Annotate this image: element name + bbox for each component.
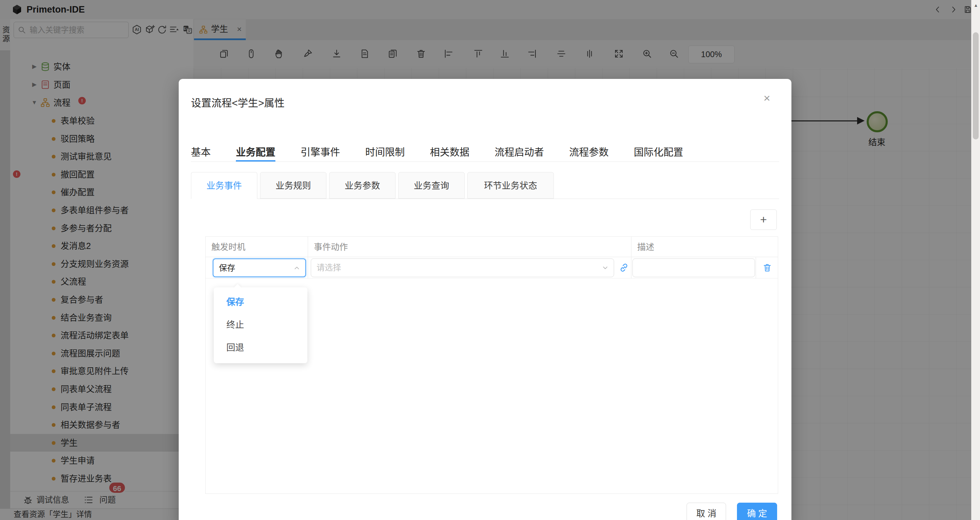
- dropdown-options: 保存终止回退: [214, 291, 307, 359]
- window-scrollbar[interactable]: ▲: [971, 0, 980, 520]
- dialog-tabs: 基本业务配置引擎事件时间限制相关数据流程启动者流程参数国际化配置: [191, 146, 683, 162]
- col-header-action: 事件动作: [308, 237, 632, 257]
- dialog-tabs-divider: [191, 162, 779, 162]
- dropdown-option-2[interactable]: 回退: [214, 336, 307, 359]
- cell-trigger: 保存: [205, 257, 308, 279]
- dialog-subtabs: 业务事件业务规则业务参数业务查询环节业务状态: [191, 172, 779, 199]
- process-properties-dialog: × 设置流程<学生>属性 基本业务配置引擎事件时间限制相关数据流程启动者流程参数…: [179, 79, 791, 520]
- delete-row-icon[interactable]: [762, 263, 772, 273]
- table-header-row: 触发时机 事件动作 描述: [205, 237, 778, 257]
- cell-description: [632, 257, 756, 279]
- dialog-tab-0[interactable]: 基本: [191, 146, 211, 160]
- dialog-close-icon[interactable]: ×: [760, 91, 774, 105]
- cell-actions: [756, 257, 778, 279]
- dialog-tab-3[interactable]: 时间限制: [365, 146, 405, 160]
- dialog-tab-business-config[interactable]: 业务配置: [236, 146, 275, 162]
- dialog-subtab-0[interactable]: 业务事件: [191, 172, 257, 199]
- dialog-title: 设置流程<学生>属性: [191, 95, 285, 109]
- dialog-tab-2[interactable]: 引擎事件: [301, 146, 340, 160]
- action-select[interactable]: 请选择: [311, 258, 614, 277]
- table-row: 保存 请选择: [205, 257, 778, 279]
- col-header-trigger: 触发时机: [205, 237, 308, 257]
- chevron-up-icon: [293, 263, 301, 273]
- scrollbar-up-arrow-icon[interactable]: ▲: [972, 3, 980, 8]
- add-row-button[interactable]: +: [750, 209, 777, 230]
- dialog-tab-4[interactable]: 相关数据: [430, 146, 469, 160]
- business-events-table: 触发时机 事件动作 描述 保存 请选择: [205, 236, 778, 494]
- scrollbar-thumb[interactable]: [973, 32, 978, 140]
- description-input[interactable]: [632, 258, 755, 277]
- dialog-subtab-4[interactable]: 环节业务状态: [467, 172, 554, 199]
- cancel-button[interactable]: 取 消: [687, 503, 726, 520]
- app-screen: Primeton-IDE 资源 AIEn文 ▶实体▶页面▼流程!表单校验驳回策略…: [0, 0, 980, 520]
- col-header-description: 描述: [632, 237, 756, 257]
- dialog-subtab-3[interactable]: 业务查询: [398, 172, 465, 199]
- dialog-tab-6[interactable]: 流程参数: [569, 146, 609, 160]
- dropdown-option-1[interactable]: 终止: [214, 314, 307, 336]
- action-select-placeholder: 请选择: [317, 259, 341, 276]
- ok-button[interactable]: 确 定: [737, 503, 777, 520]
- dialog-subtab-1[interactable]: 业务规则: [260, 172, 326, 199]
- link-icon[interactable]: [618, 262, 630, 273]
- dropdown-option-0[interactable]: 保存: [214, 291, 307, 314]
- trigger-select[interactable]: 保存: [213, 258, 306, 277]
- dialog-tab-5[interactable]: 流程启动者: [495, 146, 544, 160]
- trigger-dropdown: 保存终止回退: [214, 287, 307, 363]
- trigger-select-value: 保存: [219, 259, 235, 277]
- dialog-subtab-2[interactable]: 业务参数: [329, 172, 396, 199]
- dialog-tab-7[interactable]: 国际化配置: [634, 146, 683, 160]
- cell-action: 请选择: [308, 257, 632, 279]
- chevron-down-icon: [601, 263, 610, 272]
